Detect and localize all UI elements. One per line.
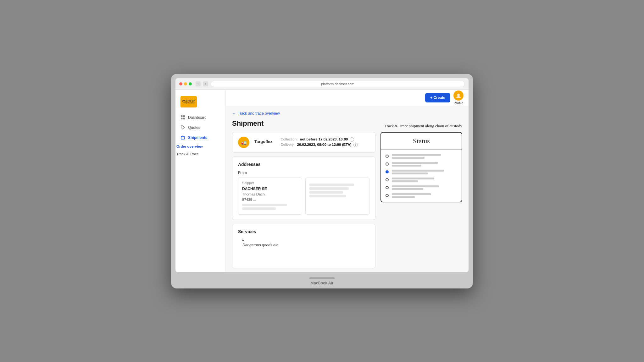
left-column: 🚛 Targoflex Collection: not before 17.02… — [232, 132, 375, 272]
dashboard-label: Dashboard — [188, 115, 207, 120]
app-header: + Create Profile — [226, 90, 469, 106]
svg-rect-1 — [183, 115, 185, 117]
services-description: Dangerous goods etc. — [238, 243, 369, 247]
status-line-2b — [392, 165, 421, 167]
status-dot-4 — [386, 178, 389, 181]
avatar[interactable] — [453, 90, 464, 101]
close-dot[interactable] — [179, 82, 182, 85]
status-line-1a — [392, 154, 441, 156]
status-dot-3 — [386, 170, 389, 173]
sidebar: DACHSER Intelligent Logistics Dashboard — [175, 90, 226, 272]
svg-point-4 — [182, 126, 182, 127]
services-bullet: ↳ — [238, 238, 369, 242]
content-grid: 🚛 Targoflex Collection: not before 17.02… — [232, 132, 462, 272]
browser-dots — [179, 82, 192, 85]
status-dot-6 — [386, 194, 389, 197]
quotes-label: Quotes — [188, 125, 200, 130]
track-trace-label: Track & Trace — [176, 152, 199, 156]
sketch-line-r1 — [309, 184, 354, 186]
targoflex-name: Targoflex — [254, 139, 273, 144]
sidebar-logo: DACHSER Intelligent Logistics — [175, 94, 225, 112]
status-dot-2 — [386, 162, 389, 166]
services-title: Services — [238, 229, 369, 234]
targoflex-icon: 🚛 — [238, 137, 249, 148]
status-lines-2 — [392, 162, 457, 167]
svg-point-7 — [457, 94, 460, 96]
status-line-1b — [392, 157, 425, 159]
main-wrapper: + Create Profile Track & Tr — [226, 90, 469, 272]
recipient-card — [305, 178, 369, 215]
status-row-2 — [386, 162, 457, 167]
grid-icon — [180, 115, 185, 120]
delivery-info: Collection: not before 17.02.2023, 10:00… — [281, 137, 358, 147]
logo-box: DACHSER Intelligent Logistics — [180, 96, 197, 107]
shipment-card: 🚛 Targoflex Collection: not before 17.02… — [232, 132, 375, 153]
shipper-name: DACHSER SE — [242, 187, 298, 191]
status-dot-5 — [386, 186, 389, 189]
logo-dachser: DACHSER — [182, 99, 195, 102]
status-lines-4 — [392, 178, 457, 182]
status-line-5a — [392, 185, 439, 187]
info-icon-collection[interactable]: i — [350, 137, 354, 142]
sidebar-item-track-trace[interactable]: Track & Trace — [176, 150, 225, 158]
status-line-2a — [392, 162, 438, 164]
status-line-3b — [392, 173, 428, 174]
status-row-4 — [386, 178, 457, 182]
profile-wrapper: Profile — [453, 90, 464, 105]
sidebar-item-dashboard[interactable]: Dashboard — [175, 112, 225, 123]
svg-rect-3 — [183, 118, 185, 120]
status-line-4a — [392, 178, 434, 179]
url-bar[interactable]: platform.dachser.com — [211, 81, 465, 87]
browser-controls: ‹ › — [196, 81, 208, 86]
collection-label: Collection: — [281, 137, 298, 141]
box-icon — [180, 135, 185, 140]
info-icon-delivery[interactable]: i — [353, 143, 358, 147]
profile-label: Profile — [453, 101, 463, 105]
sidebar-item-order-overview[interactable]: Order overview — [176, 143, 225, 150]
status-row — [386, 154, 457, 159]
browser-bar: ‹ › platform.dachser.com — [175, 78, 469, 90]
nav-sub-shipments: Order overview Track & Trace — [175, 143, 225, 158]
minimize-dot[interactable] — [184, 82, 187, 85]
shipper-card: Shipper DACHSER SE Thomas Dach 87439 ... — [238, 178, 302, 215]
status-dot-1 — [386, 155, 389, 158]
addresses-card: Addresses From Shipper DACHSER SE Thomas… — [232, 156, 375, 220]
delivery-row: Delivery: 20.02.2023, 08:00 to 12:00 (ET… — [281, 143, 358, 147]
status-header: Status — [381, 133, 462, 150]
shipper-postal: 87439 ... — [242, 197, 298, 202]
status-panel: Status — [380, 132, 462, 272]
fullscreen-dot[interactable] — [189, 82, 192, 85]
sidebar-item-quotes[interactable]: Quotes — [175, 123, 225, 133]
sidebar-item-shipments[interactable]: Shipments — [175, 133, 225, 143]
from-label: From — [238, 171, 369, 175]
status-list — [381, 150, 462, 202]
svg-rect-2 — [181, 118, 183, 120]
status-lines-3 — [392, 170, 457, 174]
shipper-person: Thomas Dach — [242, 192, 298, 197]
logo-subtitle: Intelligent Logistics — [183, 102, 195, 104]
create-button[interactable]: + Create — [425, 93, 450, 102]
collection-row: Collection: not before 17.02.2023, 10:00… — [281, 137, 358, 142]
breadcrumb[interactable]: ← Track and trace overview — [232, 111, 462, 116]
sketch-line-r2 — [309, 187, 349, 190]
targoflex-info: Targoflex — [254, 139, 273, 145]
status-lines-1 — [392, 154, 457, 159]
status-row-3 — [386, 170, 457, 174]
main-content: Track & Trace shipment along chain of cu… — [226, 106, 469, 272]
status-lines-5 — [392, 185, 457, 190]
tag-icon — [180, 125, 185, 130]
status-line-6a — [392, 193, 431, 195]
status-line-6b — [392, 196, 415, 198]
addresses-title: Addresses — [238, 162, 369, 167]
shipper-type: Shipper — [242, 181, 298, 185]
back-button[interactable]: ‹ — [196, 81, 201, 86]
svg-rect-0 — [181, 115, 183, 117]
services-card: Services ↳ Dangerous goods etc. — [232, 224, 375, 268]
forward-button[interactable]: › — [203, 81, 208, 86]
laptop-label: MacBook Air — [175, 279, 469, 288]
status-line-5b — [392, 188, 423, 190]
sketch-line-r3 — [309, 191, 343, 194]
status-row-6 — [386, 193, 457, 198]
status-line-3a — [392, 170, 444, 172]
addresses-grid: Shipper DACHSER SE Thomas Dach 87439 ... — [238, 178, 369, 215]
